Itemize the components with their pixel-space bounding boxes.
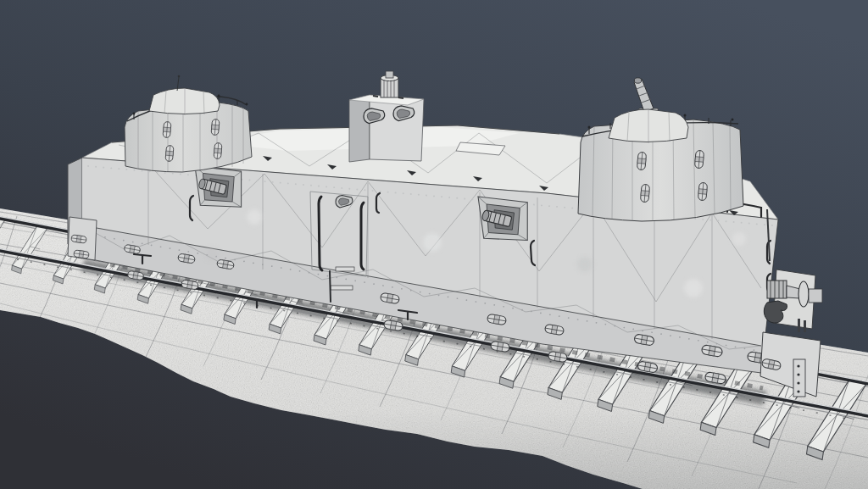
turret-front-cap	[149, 88, 220, 114]
mg-port-front	[195, 166, 242, 207]
cupola-vent	[381, 79, 398, 97]
mg-port-mid	[478, 197, 527, 241]
armored-train-3d-scene	[0, 0, 868, 489]
buffer-plunger	[767, 281, 787, 298]
aa-gun-muzzle	[634, 78, 641, 83]
buffer-disc	[798, 281, 809, 307]
render-viewport	[0, 0, 868, 489]
